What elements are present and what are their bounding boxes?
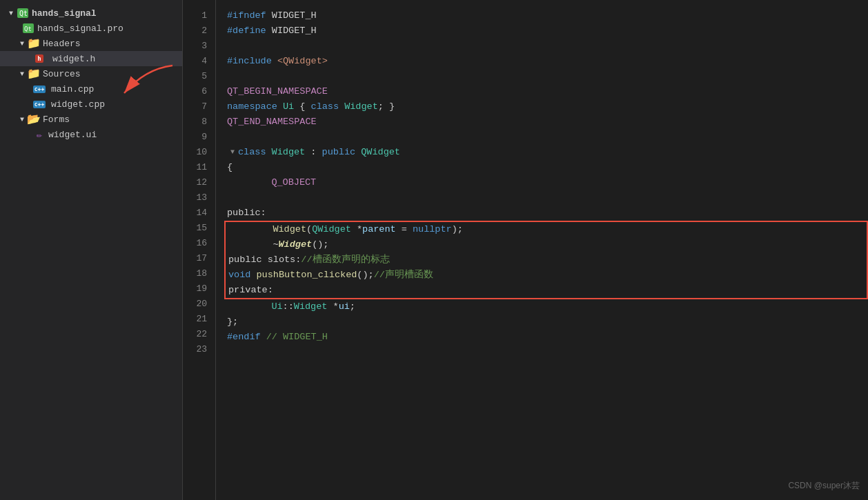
code-line-23 xyxy=(227,345,868,360)
ln-6: 6 xyxy=(183,84,215,99)
forms-arrow: ▼ xyxy=(17,116,28,123)
code-line-17: public slots://槽函数声明的标志 xyxy=(228,252,867,268)
code-token: <QWidget> xyxy=(277,54,328,69)
widget-ui-label: widget.ui xyxy=(48,130,97,140)
forms-label: Forms xyxy=(43,114,70,125)
code-token: ); xyxy=(452,222,463,237)
widget-cpp-label: widget.cpp xyxy=(51,99,105,110)
sources-folder-icon: 📁 xyxy=(28,68,40,79)
code-token: #define xyxy=(227,23,272,39)
tree-item-widget-h[interactable]: h widget.h xyxy=(0,51,182,66)
code-token: { xyxy=(294,99,310,114)
tree-item-widget-ui[interactable]: ✏️ widget.ui xyxy=(0,127,182,142)
code-token: = xyxy=(396,222,413,237)
ln-15: 15 xyxy=(183,221,215,236)
code-line-10: ▼ class Widget : public QWidget xyxy=(227,145,868,160)
line-numbers: 1 2 3 4 5 6 7 8 9 10 11 12 13 14 15 16 1… xyxy=(183,0,216,500)
code-line-1: #ifndef WIDGET_H xyxy=(227,8,868,23)
code-token: Ui xyxy=(283,99,294,114)
code-token: }; xyxy=(227,314,238,330)
code-token: namespace xyxy=(227,99,283,114)
ln-14: 14 xyxy=(183,206,215,221)
widget-ui-icon: ✏️ xyxy=(33,129,46,140)
code-line-5 xyxy=(227,69,868,84)
code-token: (); xyxy=(357,268,373,283)
main-container: ▼ Qt hands_signal Qt hands_signal.pro ▼ xyxy=(0,0,868,500)
code-line-16: ~Widget(); xyxy=(228,237,867,252)
code-token: Widget xyxy=(294,299,328,314)
code-token: void xyxy=(228,268,257,283)
ln-5: 5 xyxy=(183,69,215,84)
code-token: ~ xyxy=(273,237,278,252)
code-line-4: #include <QWidget> xyxy=(227,54,868,69)
tree-item-forms[interactable]: ▼ 📂 Forms xyxy=(0,112,182,127)
highlighted-section: Widget(QWidget *parent = nullptr); ~Widg… xyxy=(224,221,868,299)
ln-4: 4 xyxy=(183,54,215,69)
tree-item-project[interactable]: ▼ Qt hands_signal xyxy=(0,6,182,21)
code-line-18: void pushButton_clicked();//声明槽函数 xyxy=(228,268,867,283)
code-token: ( xyxy=(306,222,312,237)
pro-icon: Qt xyxy=(22,23,34,34)
code-token: class xyxy=(311,99,345,114)
code-line-19: private: xyxy=(228,283,867,298)
code-token: ; } xyxy=(378,99,395,114)
tree-item-main-cpp[interactable]: c++ main.cpp xyxy=(0,81,182,97)
widget-h-label: widget.h xyxy=(52,54,95,64)
code-token: private: xyxy=(228,283,273,298)
pro-filename: hands_signal.pro xyxy=(37,23,124,34)
project-icon: Qt xyxy=(17,8,29,19)
code-token: public xyxy=(322,145,362,160)
ln-9: 9 xyxy=(183,130,215,145)
code-content: #ifndef WIDGET_H #define WIDGET_H #inclu… xyxy=(216,0,868,500)
code-token xyxy=(228,222,273,237)
ln-18: 18 xyxy=(183,266,215,281)
code-token: parent xyxy=(362,222,396,237)
code-line-11: { xyxy=(227,160,868,175)
code-line-9 xyxy=(227,130,868,145)
headers-label: Headers xyxy=(43,39,81,49)
code-token: (); xyxy=(312,237,328,252)
ln-3: 3 xyxy=(183,39,215,54)
code-token xyxy=(228,237,273,252)
code-token: #ifndef xyxy=(227,8,272,23)
main-cpp-label: main.cpp xyxy=(51,84,94,94)
code-token: //声明槽函数 xyxy=(374,268,433,283)
headers-arrow: ▼ xyxy=(17,40,28,48)
code-line-21: }; xyxy=(227,314,868,330)
code-token: ui xyxy=(339,299,350,314)
code-token: public slots: xyxy=(228,252,301,268)
code-token: QWidget xyxy=(312,222,351,237)
code-line-20: Ui::Widget *ui; xyxy=(227,299,868,314)
project-name: hands_signal xyxy=(32,8,97,19)
ln-19: 19 xyxy=(183,281,215,297)
code-token: #endif xyxy=(227,330,266,345)
tree-item-pro[interactable]: Qt hands_signal.pro xyxy=(0,21,182,36)
fold-arrow-10[interactable]: ▼ xyxy=(227,145,238,160)
code-token: WIDGET_H xyxy=(272,23,317,39)
tree-item-sources[interactable]: ▼ 📁 Sources xyxy=(0,66,182,81)
code-token: Q_OBJECT xyxy=(271,175,316,190)
code-token: pushButton_clicked xyxy=(257,268,357,283)
code-token: :: xyxy=(283,299,294,314)
editor: 1 2 3 4 5 6 7 8 9 10 11 12 13 14 15 16 1… xyxy=(183,0,868,500)
h-file-icon: h xyxy=(33,53,46,64)
ln-20: 20 xyxy=(183,297,215,312)
tree-item-headers[interactable]: ▼ 📁 Headers xyxy=(0,36,182,51)
code-line-14: public: xyxy=(227,206,868,221)
code-token: { xyxy=(227,160,233,175)
code-token xyxy=(227,299,271,314)
ln-16: 16 xyxy=(183,236,215,251)
ln-22: 22 xyxy=(183,327,215,342)
code-line-8: QT_END_NAMESPACE xyxy=(227,114,868,130)
code-token: Widget xyxy=(344,99,378,114)
code-token: Widget xyxy=(273,222,306,237)
ln-2: 2 xyxy=(183,23,215,39)
expand-arrow: ▼ xyxy=(6,10,17,17)
tree-item-widget-cpp[interactable]: c++ widget.cpp xyxy=(0,97,182,112)
code-token: QT_BEGIN_NAMESPACE xyxy=(227,84,328,99)
code-token: // WIDGET_H xyxy=(266,330,328,345)
ln-13: 13 xyxy=(183,190,215,206)
sidebar: ▼ Qt hands_signal Qt hands_signal.pro ▼ xyxy=(0,0,183,500)
ln-17: 17 xyxy=(183,251,215,266)
code-token: Widget xyxy=(279,237,313,252)
